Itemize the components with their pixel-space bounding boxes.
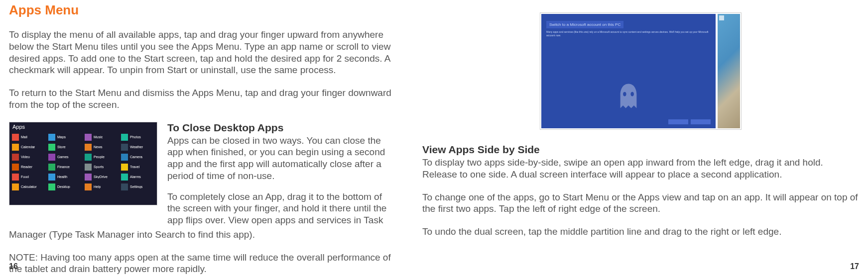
app-tile-label: Music bbox=[94, 135, 103, 139]
app-tile-label: Sports bbox=[94, 165, 104, 169]
app-tile-label: Weather bbox=[130, 145, 143, 149]
app-tile-icon bbox=[12, 174, 19, 181]
app-tile-icon bbox=[48, 174, 55, 181]
apps-menu-screenshot: Apps MailMapsMusicPhotosCalendarStoreNew… bbox=[9, 122, 157, 205]
app-tile-icon bbox=[48, 134, 55, 141]
app-tile-label: Finance bbox=[57, 165, 70, 169]
app-tile-label: Food bbox=[21, 175, 29, 179]
app-tile: Alarms bbox=[120, 173, 155, 182]
app-tile-label: Travel bbox=[130, 165, 139, 169]
app-tile: Mail bbox=[11, 133, 46, 142]
app-tile-icon bbox=[121, 134, 128, 141]
page-number-left: 16 bbox=[9, 262, 18, 271]
app-tile: Games bbox=[47, 153, 83, 162]
side-by-side-screenshot: Switch to a Microsoft account on this PC… bbox=[540, 12, 742, 130]
view-side-p1: To display two apps side-by-side, swipe … bbox=[422, 157, 859, 181]
cancel-button-placeholder bbox=[691, 119, 711, 124]
app-tile-icon bbox=[121, 164, 128, 171]
view-side-by-side-heading: View Apps Side by Side bbox=[422, 144, 859, 156]
app-tile-icon bbox=[85, 144, 92, 151]
app-tile: Sports bbox=[84, 163, 119, 172]
app-tile-icon bbox=[85, 154, 92, 161]
app-tile-label: Games bbox=[57, 155, 69, 159]
app-tile: Store bbox=[47, 143, 83, 152]
app-tile-icon bbox=[48, 144, 55, 151]
secondary-app-panel bbox=[718, 14, 740, 128]
app-tile: Calculator bbox=[11, 183, 46, 191]
app-tile: Help bbox=[84, 183, 119, 191]
app-tile: Video bbox=[11, 153, 46, 162]
app-tile-icon bbox=[85, 164, 92, 171]
app-tile-icon bbox=[12, 144, 19, 151]
app-tile-label: Video bbox=[21, 155, 30, 159]
app-tile-label: News bbox=[94, 145, 103, 149]
next-button-placeholder bbox=[668, 119, 688, 124]
app-tile-label: Help bbox=[94, 185, 101, 188]
app-tile-icon bbox=[85, 134, 92, 141]
app-tile-icon bbox=[121, 154, 128, 161]
app-tile-label: Camera bbox=[130, 155, 142, 159]
app-tile-label: Store bbox=[57, 145, 66, 149]
switch-account-header: Switch to a Microsoft account on this PC bbox=[546, 21, 623, 28]
app-tile: Desktop bbox=[47, 183, 83, 191]
close-apps-heading: To Close Desktop Apps bbox=[167, 122, 392, 134]
app-tile: Food bbox=[11, 173, 46, 182]
app-tile-label: People bbox=[94, 155, 105, 159]
app-tile: Photos bbox=[120, 133, 155, 142]
app-tile-label: Calendar bbox=[21, 145, 35, 149]
app-tile: Reader bbox=[11, 163, 46, 172]
app-tile-icon bbox=[85, 174, 92, 181]
app-tile-label: Mail bbox=[21, 135, 27, 139]
app-tile: SkyDrive bbox=[84, 173, 119, 182]
ghost-icon bbox=[615, 81, 642, 111]
app-tile: News bbox=[84, 143, 119, 152]
app-tile: People bbox=[84, 153, 119, 162]
view-side-p2: To change one of the apps, go to Start M… bbox=[422, 191, 859, 215]
app-tile: Calendar bbox=[11, 143, 46, 152]
app-tile-icon bbox=[12, 134, 19, 141]
right-page: Switch to a Microsoft account on this PC… bbox=[422, 2, 859, 275]
app-tile-label: Calculator bbox=[21, 185, 37, 188]
paragraph-intro-2: To return to the Start Menu and dismiss … bbox=[9, 87, 392, 111]
app-tile-icon bbox=[121, 144, 128, 151]
app-tile-icon bbox=[85, 183, 92, 190]
switch-account-body: Many apps and services (like this one) r… bbox=[546, 30, 711, 37]
app-tile-label: Desktop bbox=[57, 185, 70, 188]
app-tile-label: Reader bbox=[21, 165, 32, 169]
performance-note: NOTE: Having too many apps open at the s… bbox=[9, 252, 392, 275]
app-tile: Finance bbox=[47, 163, 83, 172]
app-tile-icon bbox=[121, 174, 128, 181]
apps-screenshot-label: Apps bbox=[9, 122, 157, 131]
app-tile: Settings bbox=[120, 183, 155, 191]
view-side-p3: To undo the dual screen, tap the middle … bbox=[422, 226, 859, 238]
switch-account-panel: Switch to a Microsoft account on this PC… bbox=[541, 14, 716, 128]
app-tile-label: SkyDrive bbox=[94, 175, 108, 179]
app-tile-icon bbox=[12, 164, 19, 171]
app-tile-label: Health bbox=[57, 175, 67, 179]
close-apps-p2b: Manager (Type Task Manager into Search t… bbox=[9, 229, 392, 241]
app-tile: Maps bbox=[47, 133, 83, 142]
app-tile-label: Photos bbox=[130, 135, 141, 139]
app-tile-icon bbox=[48, 164, 55, 171]
page-number-right: 17 bbox=[850, 262, 859, 271]
page-title-apps-menu: Apps Menu bbox=[9, 2, 392, 18]
paragraph-intro-1: To display the menu of all available app… bbox=[9, 29, 392, 76]
app-tile-label: Maps bbox=[57, 135, 66, 139]
app-tile-icon bbox=[121, 183, 128, 190]
app-tile-icon bbox=[48, 154, 55, 161]
app-tile: Music bbox=[84, 133, 119, 142]
app-tile-label: Settings bbox=[130, 185, 142, 188]
close-apps-p2a: To completely close an App, drag it to t… bbox=[167, 191, 392, 226]
app-tile-icon bbox=[12, 154, 19, 161]
app-tile: Camera bbox=[120, 153, 155, 162]
app-tile-label: Alarms bbox=[130, 175, 141, 179]
app-tile: Weather bbox=[120, 143, 155, 152]
app-tile: Health bbox=[47, 173, 83, 182]
app-tile: Travel bbox=[120, 163, 155, 172]
left-page: Apps Menu To display the menu of all ava… bbox=[9, 2, 392, 275]
app-tile-icon bbox=[12, 183, 19, 190]
close-apps-p1: Apps can be closed in two ways. You can … bbox=[167, 135, 392, 182]
app-tile-icon bbox=[48, 183, 55, 190]
